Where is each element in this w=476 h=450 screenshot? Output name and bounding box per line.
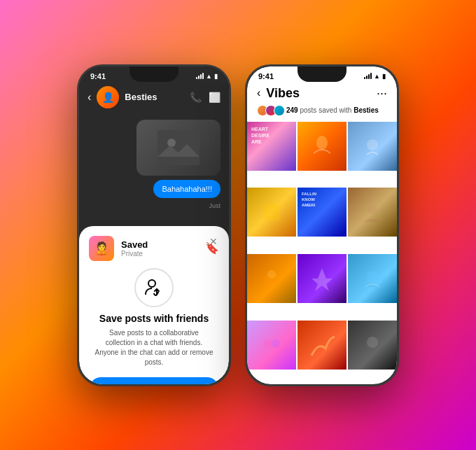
ig-header: ‹ Vibes ··· xyxy=(247,83,397,105)
group-name: Besties xyxy=(354,106,379,114)
svg-point-12 xyxy=(367,337,378,348)
saved-avatar: 🙎 xyxy=(89,236,114,261)
video-icon[interactable]: ⬜ xyxy=(209,92,220,103)
saved-subtitle: Private xyxy=(121,250,198,258)
left-status-icons: ▲ ▮ xyxy=(196,73,218,80)
wifi-icon: ▲ xyxy=(206,73,212,80)
right-status-time: 9:41 xyxy=(258,72,274,80)
chat-avatar: 👤 xyxy=(97,86,119,108)
svg-point-10 xyxy=(263,339,272,348)
feature-description: Save posts to a collaborative collection… xyxy=(89,328,219,367)
saved-row: 🙎 Saved Private 🔖 xyxy=(89,236,219,261)
ig-back-button[interactable]: ‹ xyxy=(257,87,260,99)
svg-point-8 xyxy=(267,270,276,279)
right-status-icons: ▲ ▮ xyxy=(364,73,386,80)
phones-container: 9:41 ▲ ▮ ‹ 👤 Besties � xyxy=(77,64,399,386)
grid-image-4 xyxy=(247,188,296,237)
left-phone: 9:41 ▲ ▮ ‹ 👤 Besties � xyxy=(77,64,231,386)
wifi-icon: ▲ xyxy=(374,73,380,80)
ig-content: ‹ Vibes ··· 249 posts saved with Besties xyxy=(247,83,397,384)
grid-cell-3[interactable] xyxy=(348,122,397,171)
feature-title: Save posts with friends xyxy=(89,313,219,324)
ig-posts-count-text: 249 posts saved with Besties xyxy=(286,106,379,114)
left-status-time: 9:41 xyxy=(90,72,106,80)
svg-point-2 xyxy=(148,280,155,287)
battery-icon: ▮ xyxy=(214,73,218,80)
grid-cell-11[interactable] xyxy=(298,321,346,370)
posts-count: 249 xyxy=(286,106,298,114)
ig-grid: HEARTDESIREARE xyxy=(247,122,397,384)
saved-info: Saved Private xyxy=(121,239,198,258)
chat-title: Besties xyxy=(125,92,184,102)
grid-cell-9[interactable] xyxy=(348,254,397,303)
right-phone-screen: 9:41 ▲ ▮ ‹ Vibes ··· xyxy=(247,66,397,384)
feature-icon xyxy=(134,268,174,307)
svg-point-6 xyxy=(368,204,377,214)
svg-point-3 xyxy=(316,136,328,150)
bottom-sheet: ✕ 🙎 Saved Private 🔖 xyxy=(79,226,229,384)
close-button[interactable]: ✕ xyxy=(206,234,220,248)
cell-text-1: HEARTDESIREARE xyxy=(251,126,270,145)
grid-cell-8[interactable] xyxy=(298,254,346,303)
grid-image-3 xyxy=(348,122,397,171)
grid-cell-4[interactable] xyxy=(247,188,296,237)
grid-image-5: FALLINKNOWAMERI xyxy=(298,188,346,237)
saved-title: Saved xyxy=(121,239,198,250)
chat-area: Bahahahaha!!! Just xyxy=(79,114,229,226)
grid-image-9 xyxy=(348,254,397,303)
ig-more-button[interactable]: ··· xyxy=(377,86,387,101)
grid-image-7 xyxy=(247,254,296,303)
signal-icon xyxy=(364,73,372,79)
chat-message: Bahahahaha!!! xyxy=(162,185,212,193)
left-phone-notch xyxy=(130,66,178,82)
mini-avatar-3 xyxy=(274,105,285,116)
grid-image-1: HEARTDESIREARE xyxy=(247,122,296,171)
chat-bubble: Bahahahaha!!! xyxy=(153,180,220,198)
grid-cell-2[interactable] xyxy=(298,122,346,171)
grid-cell-1[interactable]: HEARTDESIREARE xyxy=(247,122,296,171)
call-icon[interactable]: 📞 xyxy=(190,92,202,103)
grid-cell-5[interactable]: FALLINKNOWAMERI xyxy=(298,188,346,237)
svg-rect-5 xyxy=(263,204,280,220)
grid-cell-6[interactable] xyxy=(348,188,397,237)
grid-image-11 xyxy=(298,321,346,370)
svg-point-4 xyxy=(367,139,378,150)
signal-icon xyxy=(196,73,204,79)
ig-subtitle: 249 posts saved with Besties xyxy=(247,105,397,122)
messenger-header: ‹ 👤 Besties 📞 ⬜ xyxy=(79,83,229,114)
grid-cell-12[interactable] xyxy=(348,321,397,370)
grid-image-10 xyxy=(247,321,296,370)
posts-text: posts saved with xyxy=(300,106,354,114)
ig-collection-title: Vibes xyxy=(266,86,371,101)
try-it-button[interactable]: Try it xyxy=(89,377,219,384)
image-message xyxy=(136,120,220,176)
svg-point-1 xyxy=(167,139,176,147)
svg-rect-0 xyxy=(158,130,200,165)
grid-image-6 xyxy=(348,188,397,237)
grid-cell-10[interactable] xyxy=(247,321,296,370)
right-phone-notch xyxy=(298,66,346,82)
header-icons: 📞 ⬜ xyxy=(190,92,220,103)
grid-image-8 xyxy=(298,254,346,303)
battery-icon: ▮ xyxy=(382,73,386,80)
grid-image-2 xyxy=(298,122,346,171)
grid-image-12 xyxy=(348,321,397,370)
cell-text-5: FALLINKNOWAMERI xyxy=(302,192,316,208)
svg-point-11 xyxy=(272,339,280,348)
avatar-group xyxy=(257,105,282,116)
svg-point-9 xyxy=(366,271,379,283)
back-button[interactable]: ‹ xyxy=(88,91,91,104)
left-phone-screen: 9:41 ▲ ▮ ‹ 👤 Besties � xyxy=(79,66,229,384)
right-phone: 9:41 ▲ ▮ ‹ Vibes ··· xyxy=(245,64,399,386)
message-timestamp: Just xyxy=(209,202,220,209)
grid-cell-7[interactable] xyxy=(247,254,296,303)
